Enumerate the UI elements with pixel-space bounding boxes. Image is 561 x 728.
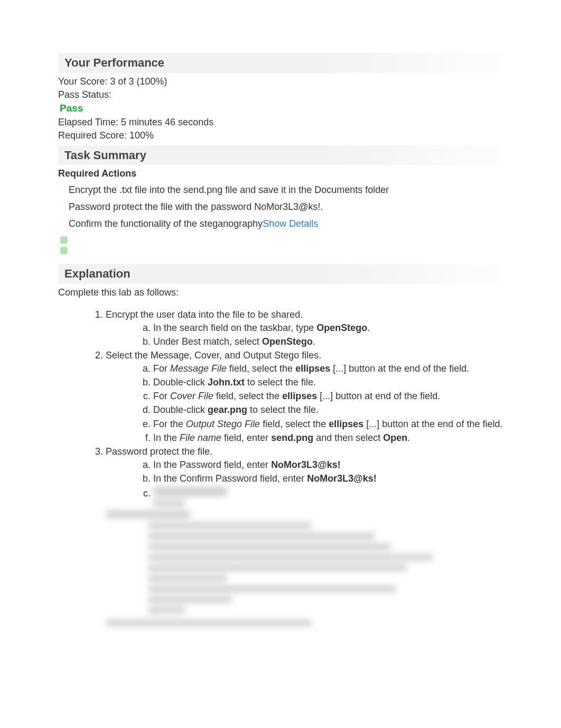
- step-2-sub: For Message File field, select the ellip…: [106, 362, 503, 445]
- step-text: Select the Message, Cover, and Output St…: [106, 350, 321, 361]
- step-2: Select the Message, Cover, and Output St…: [106, 349, 503, 444]
- explanation-steps: Encrypt the user data into the file to b…: [58, 308, 503, 507]
- accent-dot: [60, 247, 68, 254]
- step-2e: For the Output Stego File field, select …: [153, 418, 503, 430]
- action-item-text: Confirm the functionality of the stegano…: [69, 218, 263, 229]
- explanation-intro: Complete this lab as follows:: [58, 286, 503, 299]
- task-summary-header: Task Summary: [58, 145, 503, 165]
- step-3: Password protect the file. In the Passwo…: [106, 445, 503, 507]
- step-2a: For Message File field, select the ellip…: [153, 362, 503, 375]
- step-3b: In the Confirm Password field, enter NoM…: [153, 472, 503, 485]
- performance-header: Your Performance: [58, 53, 503, 73]
- action-item: Confirm the functionality of the stegano…: [58, 215, 503, 232]
- explanation-header: Explanation: [58, 264, 503, 284]
- step-1-sub: In the search field on the taskbar, type…: [106, 321, 503, 348]
- step-2d: Double-click gear.png to select the file…: [153, 403, 503, 416]
- pass-status-label: Pass Status:: [58, 88, 503, 101]
- action-item: Password protect the file with the passw…: [58, 198, 503, 215]
- required-actions-list: Encrypt the .txt file into the send.png …: [58, 181, 503, 233]
- step-text: Password protect the file.: [106, 446, 212, 457]
- step-3c: [153, 487, 503, 507]
- step-1a: In the search field on the taskbar, type…: [153, 321, 503, 334]
- blurred-content-tail: [58, 510, 503, 626]
- step-text: Encrypt the user data into the file to b…: [106, 309, 303, 320]
- step-2f: In the File name field, enter send.png a…: [153, 431, 503, 444]
- elapsed-time: Elapsed Time: 5 minutes 46 seconds: [58, 116, 503, 128]
- step-1b: Under Best match, select OpenStego.: [153, 335, 503, 348]
- step-3a: In the Password field, enter NoMor3L3@ks…: [153, 458, 503, 471]
- action-item: Encrypt the .txt file into the send.png …: [58, 181, 503, 198]
- step-1: Encrypt the user data into the file to b…: [106, 308, 503, 348]
- step-3-sub: In the Password field, enter NoMor3L3@ks…: [106, 458, 503, 508]
- accent-dot: [60, 236, 68, 244]
- step-2c: For Cover File field, select the ellipse…: [153, 390, 503, 402]
- show-details-link[interactable]: Show Details: [263, 218, 318, 229]
- blurred-content: [153, 487, 503, 507]
- score-line: Your Score: 3 of 3 (100%): [58, 75, 503, 88]
- pass-status-value: Pass: [58, 102, 503, 115]
- step-2b: Double-click John.txt to select the file…: [153, 376, 503, 389]
- decorative-accents: [60, 236, 503, 254]
- required-score: Required Score: 100%: [58, 129, 503, 142]
- required-actions-label: Required Actions: [58, 167, 503, 180]
